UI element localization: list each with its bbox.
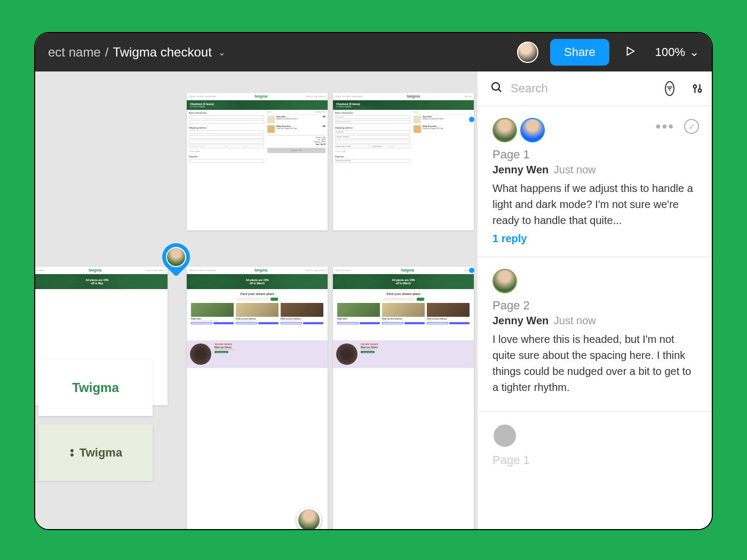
multiplayer-cursor-avatar bbox=[297, 508, 321, 529]
more-icon[interactable]: ••• bbox=[656, 124, 674, 129]
comment-thread[interactable]: Page 2 Jenny Wen Just now I love where t… bbox=[478, 257, 712, 412]
search-input[interactable] bbox=[511, 82, 657, 95]
breadcrumb-separator: / bbox=[105, 45, 109, 60]
twigma-logo-icon bbox=[69, 449, 76, 457]
frame-checkout-1[interactable]: all plantsbest sellersrecently added twi… bbox=[187, 93, 328, 230]
unread-indicator bbox=[469, 268, 474, 273]
comment-body: I love where this is headed, but I'm not… bbox=[492, 331, 697, 395]
canvas-area[interactable]: all plantsbest sellersrecently added twi… bbox=[35, 71, 477, 529]
share-button[interactable]: Share bbox=[550, 39, 609, 66]
file-name[interactable]: Twigma checkout bbox=[113, 45, 211, 60]
commenter-avatar bbox=[492, 423, 517, 448]
comments-panel: ••• ✓ Page 1 Jenny Wen Just now What hap… bbox=[477, 71, 712, 529]
comment-author: Jenny Wen bbox=[492, 164, 549, 175]
app-window: ect name / Twigma checkout ⌄ Share 100% … bbox=[34, 32, 713, 530]
brand-logo: twigma bbox=[255, 94, 267, 98]
filter-icon[interactable] bbox=[665, 81, 674, 96]
commenter-avatar bbox=[492, 269, 517, 293]
comment-page: Page 1 bbox=[492, 453, 697, 467]
chevron-down-icon[interactable]: ⌄ bbox=[218, 47, 225, 58]
frame-home-2[interactable]: all plantsbest sellersrecently added twi… bbox=[187, 267, 328, 529]
svg-point-1 bbox=[492, 83, 499, 90]
unread-indicator bbox=[469, 117, 474, 122]
frame-checkout-2[interactable]: all plantsbest sellersrecently added twi… bbox=[333, 93, 474, 230]
comment-author: Jenny Wen bbox=[492, 315, 549, 326]
commenter-avatar bbox=[520, 118, 545, 142]
logo-card-2[interactable]: Twigma bbox=[38, 425, 153, 481]
settings-sliders-icon[interactable] bbox=[692, 83, 703, 94]
svg-point-7 bbox=[694, 85, 697, 89]
logo-text: Twigma bbox=[80, 446, 122, 460]
comment-thread[interactable]: Page 1 bbox=[478, 412, 712, 481]
project-name-partial: ect name bbox=[48, 45, 101, 60]
frame-home-3[interactable]: all plantsbest sellers twigma plant care… bbox=[333, 267, 474, 529]
chevron-down-icon: ⌄ bbox=[689, 45, 699, 59]
svg-point-9 bbox=[698, 89, 702, 92]
comment-time: Just now bbox=[554, 164, 596, 175]
user-avatar[interactable] bbox=[517, 42, 538, 63]
pin-avatar bbox=[166, 247, 186, 267]
search-bar bbox=[478, 71, 712, 106]
search-icon[interactable] bbox=[490, 81, 503, 96]
logo-text: Twigma bbox=[72, 380, 119, 395]
commenter-avatar bbox=[492, 118, 517, 142]
comment-time: Just now bbox=[554, 315, 596, 326]
play-icon[interactable] bbox=[624, 45, 636, 59]
zoom-control[interactable]: 100% ⌄ bbox=[655, 45, 699, 59]
svg-line-2 bbox=[498, 89, 501, 92]
logo-card-1[interactable]: Twigma bbox=[38, 359, 153, 416]
comment-page: Page 1 bbox=[492, 148, 697, 162]
comment-page: Page 2 bbox=[492, 299, 697, 313]
svg-marker-0 bbox=[627, 47, 634, 55]
comment-thread[interactable]: ••• ✓ Page 1 Jenny Wen Just now What hap… bbox=[478, 106, 712, 257]
resolve-icon[interactable]: ✓ bbox=[684, 119, 699, 134]
zoom-value: 100% bbox=[655, 45, 685, 59]
topbar: ect name / Twigma checkout ⌄ Share 100% … bbox=[35, 33, 712, 71]
comment-body: What happens if we adjust this to handle… bbox=[492, 180, 697, 228]
breadcrumb[interactable]: ect name / Twigma checkout ⌄ bbox=[48, 45, 225, 60]
reply-link[interactable]: 1 reply bbox=[492, 233, 697, 245]
